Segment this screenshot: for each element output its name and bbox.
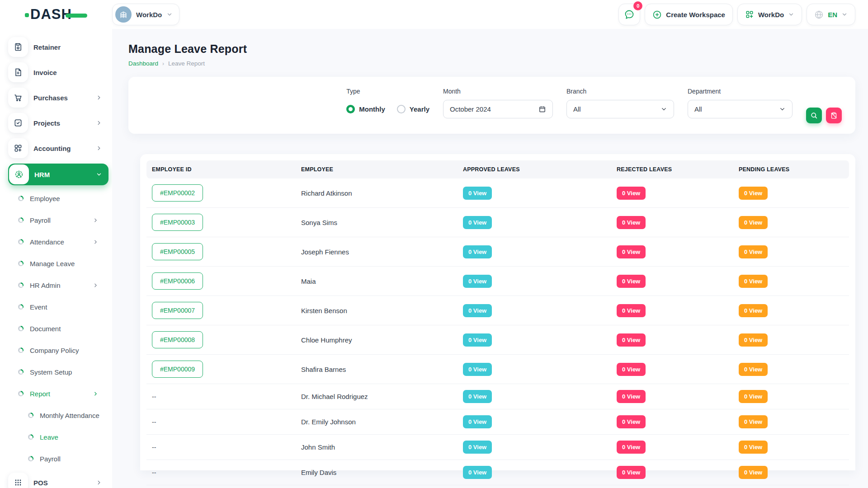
- rejected-view-badge[interactable]: 0 View: [617, 275, 646, 288]
- approved-view-badge[interactable]: 0 View: [463, 216, 492, 229]
- pending-view-badge[interactable]: 0 View: [739, 363, 768, 376]
- sidebar-item-report[interactable]: Report: [8, 386, 108, 401]
- sidebar-item-report-payroll[interactable]: Payroll: [8, 451, 108, 466]
- logo-dot: [25, 13, 29, 17]
- sidebar-item-pos[interactable]: POS: [8, 473, 108, 488]
- sidebar-item-attendance[interactable]: Attendance: [8, 234, 108, 249]
- sidebar-item-accounting[interactable]: Accounting: [8, 138, 108, 158]
- pending-view-badge[interactable]: 0 View: [739, 187, 768, 200]
- col-pending-leaves: PENDING LEAVES: [733, 166, 849, 173]
- employee-id-button[interactable]: #EMP00003: [152, 214, 203, 231]
- rejected-view-badge[interactable]: 0 View: [617, 245, 646, 258]
- create-workspace-button[interactable]: Create Workspace: [645, 4, 733, 25]
- employee-id-empty: --: [152, 469, 156, 476]
- approved-view-badge[interactable]: 0 View: [463, 363, 492, 376]
- rejected-view-badge[interactable]: 0 View: [617, 187, 646, 200]
- employee-id-empty: --: [152, 418, 156, 426]
- workspace-name: WorkDo: [136, 11, 162, 19]
- sidebar-item-projects[interactable]: Projects: [8, 113, 108, 133]
- messages-count-badge: 0: [633, 1, 642, 10]
- sidebar-item-leave[interactable]: Leave: [8, 429, 108, 445]
- pending-view-badge[interactable]: 0 View: [739, 245, 768, 258]
- sidebar-item-manage-leave[interactable]: Manage Leave: [8, 256, 108, 271]
- sidebar-item-system-setup[interactable]: System Setup: [8, 364, 108, 380]
- language-code: EN: [828, 11, 837, 19]
- workspace-menu-button[interactable]: WorkDo: [737, 4, 802, 25]
- language-selector[interactable]: EN: [807, 4, 855, 25]
- radio-dot-icon: [346, 105, 355, 113]
- pending-view-badge[interactable]: 0 View: [739, 333, 768, 347]
- month-input[interactable]: October 2024: [443, 100, 553, 118]
- bullet-icon: [28, 456, 33, 461]
- employee-name: Richard Atkinson: [296, 183, 458, 203]
- sidebar-item-document[interactable]: Document: [8, 321, 108, 336]
- sidebar-item-monthly-attendance[interactable]: Monthly Attendance: [8, 408, 108, 423]
- table-row: -- Emily Davis 0 View 0 View 0 View: [146, 460, 849, 485]
- approved-view-badge[interactable]: 0 View: [463, 415, 492, 428]
- table-row: #EMP00003 Sonya Sims 0 View 0 View 0 Vie…: [146, 208, 849, 237]
- sidebar-item-employee[interactable]: Employee: [8, 191, 108, 206]
- bullet-icon: [18, 239, 24, 244]
- approved-view-badge[interactable]: 0 View: [463, 466, 492, 479]
- branch-value: All: [573, 105, 581, 113]
- sidebar-item-hr-admin[interactable]: HR Admin: [8, 277, 108, 293]
- rejected-view-badge[interactable]: 0 View: [617, 441, 646, 454]
- bullet-icon: [28, 413, 33, 418]
- search-button[interactable]: [806, 108, 822, 123]
- rejected-view-badge[interactable]: 0 View: [617, 333, 646, 347]
- pending-view-badge[interactable]: 0 View: [739, 466, 768, 479]
- rejected-view-badge[interactable]: 0 View: [617, 466, 646, 479]
- workspace-selector[interactable]: WorkDo: [112, 4, 179, 25]
- rejected-view-badge[interactable]: 0 View: [617, 304, 646, 317]
- pending-view-badge[interactable]: 0 View: [739, 216, 768, 229]
- breadcrumb-dashboard-link[interactable]: Dashboard: [128, 60, 158, 67]
- sidebar-item-hrm[interactable]: HRM: [8, 164, 108, 185]
- pending-view-badge[interactable]: 0 View: [739, 390, 768, 403]
- employee-id-button[interactable]: #EMP00008: [152, 331, 203, 348]
- radio-monthly[interactable]: Monthly: [346, 105, 385, 113]
- pending-view-badge[interactable]: 0 View: [739, 441, 768, 454]
- approved-view-badge[interactable]: 0 View: [463, 333, 492, 347]
- department-value: All: [694, 105, 702, 113]
- check-square-icon: [14, 118, 23, 127]
- approved-view-badge[interactable]: 0 View: [463, 390, 492, 403]
- chevron-down-icon: [660, 106, 667, 113]
- employee-id-button[interactable]: #EMP00002: [152, 184, 203, 202]
- sidebar-item-company-policy[interactable]: Company Policy: [8, 343, 108, 358]
- rejected-view-badge[interactable]: 0 View: [617, 390, 646, 403]
- branch-select[interactable]: All: [566, 100, 674, 118]
- employee-id-button[interactable]: #EMP00005: [152, 243, 203, 260]
- employee-id-button[interactable]: #EMP00006: [152, 272, 203, 290]
- pending-view-badge[interactable]: 0 View: [739, 304, 768, 317]
- reset-button[interactable]: [826, 108, 842, 123]
- table-row: #EMP00009 Shafira Barnes 0 View 0 View 0…: [146, 355, 849, 384]
- type-label: Type: [346, 88, 429, 95]
- pending-view-badge[interactable]: 0 View: [739, 275, 768, 288]
- approved-view-badge[interactable]: 0 View: [463, 245, 492, 258]
- pending-view-badge[interactable]: 0 View: [739, 415, 768, 428]
- sidebar-item-invoice[interactable]: Invoice: [8, 62, 108, 82]
- sidebar-item-retainer[interactable]: Retainer: [8, 37, 108, 57]
- sidebar-item-payroll[interactable]: Payroll: [8, 212, 108, 228]
- table-row: #EMP00007 Kirsten Benson 0 View 0 View 0…: [146, 296, 849, 325]
- plus-circle-icon: [652, 10, 662, 19]
- sidebar-item-purchases[interactable]: Purchases: [8, 88, 108, 108]
- sidebar-item-event[interactable]: Event: [8, 299, 108, 314]
- chevron-right-icon: [93, 239, 99, 245]
- radio-yearly[interactable]: Yearly: [397, 105, 429, 113]
- topbar: DASH WorkDo 0 Create Workspace WorkDo: [0, 0, 868, 29]
- employee-id-button[interactable]: #EMP00007: [152, 302, 203, 319]
- chevron-right-icon: [96, 94, 102, 101]
- rejected-view-badge[interactable]: 0 View: [617, 363, 646, 376]
- messages-button[interactable]: 0: [618, 4, 640, 25]
- rejected-view-badge[interactable]: 0 View: [617, 415, 646, 428]
- bullet-icon: [18, 347, 24, 353]
- approved-view-badge[interactable]: 0 View: [463, 304, 492, 317]
- employee-id-button[interactable]: #EMP00009: [152, 361, 203, 378]
- approved-view-badge[interactable]: 0 View: [463, 275, 492, 288]
- department-select[interactable]: All: [688, 100, 793, 118]
- approved-view-badge[interactable]: 0 View: [463, 441, 492, 454]
- chevron-right-icon: [93, 282, 99, 288]
- rejected-view-badge[interactable]: 0 View: [617, 216, 646, 229]
- approved-view-badge[interactable]: 0 View: [463, 187, 492, 200]
